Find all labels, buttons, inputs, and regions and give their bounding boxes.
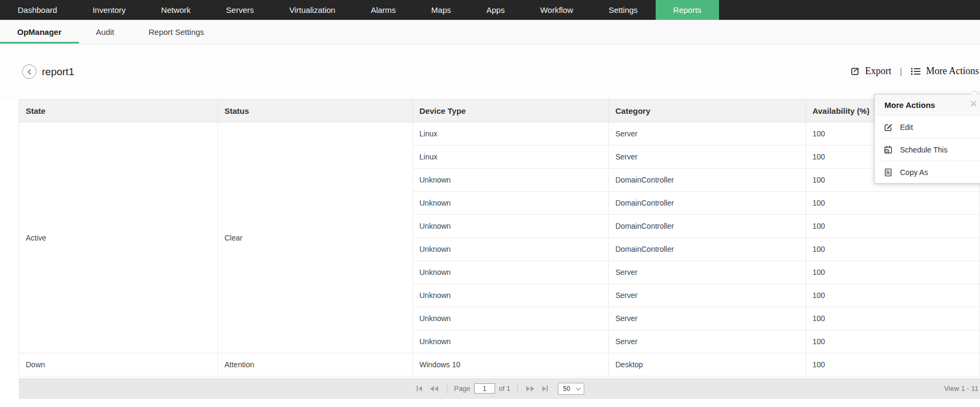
cell-category: Server xyxy=(609,122,806,146)
nav-item-reports[interactable]: Reports xyxy=(656,0,720,20)
report-toolbar: report1 Export | More Actions xyxy=(0,44,980,99)
menu-item-label: Edit xyxy=(900,123,913,132)
menu-item-copy-as[interactable]: Copy As xyxy=(875,161,980,183)
cell-device-type: Unknown xyxy=(413,238,609,261)
list-icon xyxy=(910,67,921,76)
cell-device-type: Windows 10 xyxy=(413,353,609,376)
nav-item-network[interactable]: Network xyxy=(143,0,208,20)
view-range-label: View 1 - 11 xyxy=(944,384,978,393)
cell-availability: 100 xyxy=(806,353,980,376)
cell-availability: 100 xyxy=(806,330,980,353)
nav-item-settings[interactable]: Settings xyxy=(591,0,655,20)
nav-item-virtualization[interactable]: Virtualization xyxy=(272,0,353,20)
cell-category: Server xyxy=(609,330,806,353)
menu-item-label: Copy As xyxy=(900,168,928,177)
triangle-right-icon xyxy=(526,386,530,391)
cell-device-type: Unknown xyxy=(413,330,609,353)
cell-availability: 100 xyxy=(806,238,980,261)
cell-category: DomainController xyxy=(609,215,806,238)
edit-icon xyxy=(883,122,893,132)
export-icon xyxy=(850,66,860,77)
cell-status: Attention xyxy=(218,353,413,376)
cell-device-type: Unknown xyxy=(413,215,609,238)
cell-availability: 100 xyxy=(806,284,980,307)
last-page-button[interactable] xyxy=(540,386,550,391)
triangle-left-icon xyxy=(434,386,438,391)
triangle-right-icon xyxy=(542,386,546,391)
tab-audit[interactable]: Audit xyxy=(79,20,132,43)
cell-availability: 100 xyxy=(806,261,980,284)
cell-category: Server xyxy=(609,307,806,330)
nav-item-dashboard[interactable]: Dashboard xyxy=(0,0,75,20)
cell-category: DomainController xyxy=(609,238,806,261)
table-header-row: State Status Device Type Category Availa… xyxy=(19,100,980,122)
nav-item-apps[interactable]: Apps xyxy=(469,0,522,20)
page-number-input[interactable] xyxy=(474,383,495,394)
table-row: Down Attention Windows 10 Desktop 100 xyxy=(19,353,980,376)
cell-availability: 100 xyxy=(806,192,980,215)
last-page-icon xyxy=(547,386,548,391)
column-header-device-type[interactable]: Device Type xyxy=(413,100,609,122)
page-size-select-wrap: 50 xyxy=(558,383,584,395)
prev-page-button[interactable] xyxy=(428,386,440,391)
menu-item-edit[interactable]: Edit xyxy=(875,116,980,138)
close-icon[interactable]: ✕ xyxy=(969,99,978,109)
cell-device-type: Unknown xyxy=(413,284,609,307)
more-actions-menu-title: More Actions xyxy=(884,100,935,110)
first-page-button[interactable] xyxy=(415,386,424,391)
cell-category: Server xyxy=(609,261,806,284)
table-row: Active Clear Linux Server 100 xyxy=(19,122,980,146)
more-actions-menu-header: More Actions ✕ xyxy=(875,95,980,116)
nav-item-servers[interactable]: Servers xyxy=(208,0,272,20)
menu-item-schedule-this[interactable]: Schedule This xyxy=(875,139,980,161)
page-size-select[interactable]: 50 xyxy=(558,383,584,395)
nav-item-alarms[interactable]: Alarms xyxy=(353,0,413,20)
cell-category: Server xyxy=(609,284,806,307)
cell-category: DomainController xyxy=(609,169,806,192)
copy-as-icon xyxy=(883,168,893,177)
cell-device-type: Unknown xyxy=(413,169,609,192)
column-header-state[interactable]: State xyxy=(19,100,218,122)
cell-device-type: Unknown xyxy=(413,261,609,284)
page-label: Page xyxy=(454,384,470,393)
tab-opmanager[interactable]: OpManager xyxy=(0,20,79,43)
cell-device-type: Unknown xyxy=(413,192,609,215)
cell-category: DomainController xyxy=(609,192,806,215)
more-actions-button[interactable]: More Actions xyxy=(910,66,979,77)
nav-item-workflow[interactable]: Workflow xyxy=(522,0,591,20)
reports-subnav: OpManager Audit Report Settings xyxy=(0,20,980,44)
column-header-status[interactable]: Status xyxy=(218,100,413,122)
cell-state: Active xyxy=(19,122,218,353)
cell-device-type: Linux xyxy=(413,146,609,169)
cell-availability: 100 xyxy=(806,215,980,238)
first-page-icon xyxy=(417,386,418,391)
menu-item-label: Schedule This xyxy=(900,146,947,154)
cell-category: Desktop xyxy=(609,353,806,376)
toolbar-actions: Export | More Actions xyxy=(850,66,979,77)
cell-state: Down xyxy=(19,353,218,376)
report-table: State Status Device Type Category Availa… xyxy=(19,99,980,376)
triangle-left-icon xyxy=(430,386,434,391)
pagination-bar: Page of 1 50 View 1 - 11 xyxy=(19,378,980,399)
toolbar-divider: | xyxy=(900,66,902,77)
page-title: report1 xyxy=(42,66,74,78)
nav-item-maps[interactable]: Maps xyxy=(413,0,469,20)
more-actions-menu: More Actions ✕ Edit Schedule This xyxy=(874,94,980,184)
column-header-category[interactable]: Category xyxy=(609,100,806,122)
top-nav: Dashboard Inventory Network Servers Virt… xyxy=(0,0,980,20)
next-page-button[interactable] xyxy=(524,386,536,391)
cell-device-type: Linux xyxy=(413,122,609,146)
tab-report-settings[interactable]: Report Settings xyxy=(132,20,221,43)
nav-item-inventory[interactable]: Inventory xyxy=(75,0,143,20)
schedule-icon xyxy=(883,145,893,155)
triangle-left-icon xyxy=(418,386,422,391)
cell-status: Clear xyxy=(218,122,413,353)
back-button[interactable] xyxy=(22,64,37,79)
pager-separator xyxy=(517,383,518,394)
export-label: Export xyxy=(865,66,891,77)
cell-availability: 100 xyxy=(806,307,980,330)
more-actions-label: More Actions xyxy=(926,66,979,77)
export-button[interactable]: Export xyxy=(850,66,891,77)
pager-separator xyxy=(447,383,447,394)
page-of-label: of 1 xyxy=(499,384,511,393)
